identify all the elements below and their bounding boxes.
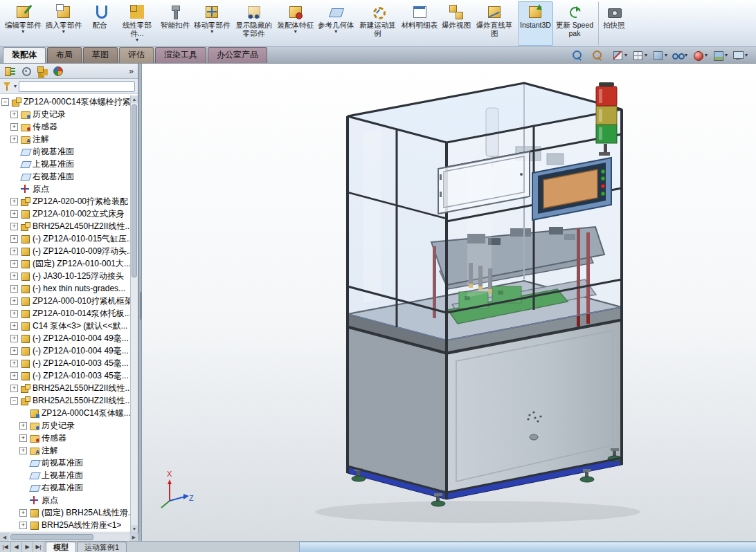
expand-toggle[interactable]: + [10, 111, 18, 118]
toolbar-button[interactable]: 线性零部件... ▾ [116, 1, 159, 46]
dropdown-arrow-icon[interactable]: ▾ [136, 37, 138, 43]
tree-horizontal-scrollbar[interactable]: ◀ ▶ [0, 533, 138, 541]
property-manager-icon[interactable] [20, 65, 32, 77]
toolbar-button[interactable]: 显示隐藏的零部件 ▾ [233, 1, 276, 46]
dropdown-arrow-icon[interactable]: ▾ [334, 29, 337, 35]
toolbar-button[interactable]: 装配体特征 ▾ [276, 1, 316, 46]
toolbar-button[interactable]: 智能扣件 ▾ [159, 1, 192, 46]
expand-toggle[interactable] [10, 160, 18, 168]
expand-toggle[interactable]: + [10, 347, 18, 355]
dropdown-arrow-icon[interactable]: ▾ [685, 53, 687, 58]
toolbar-button[interactable]: 拍快照 ▾ [598, 1, 630, 46]
expand-toggle[interactable] [10, 173, 18, 181]
tree-item[interactable]: + ZP12A-020-00拧紧枪装配 [0, 195, 138, 208]
expand-toggle[interactable]: + [10, 123, 18, 131]
tree-item[interactable]: + 传感器 [0, 432, 138, 444]
enclosure-glass-panels[interactable] [348, 83, 622, 340]
expand-toggle[interactable]: + [10, 285, 18, 293]
tree-item[interactable]: 原点 [0, 183, 138, 195]
tree-item[interactable]: + C14 泵体<3> (默认<<默... [0, 320, 138, 332]
expand-toggle[interactable]: + [19, 522, 27, 529]
tree-item[interactable]: 原点 [0, 494, 138, 506]
toolbar-button[interactable]: 插入零部件 ▾ [44, 1, 84, 46]
tree-item[interactable]: + (-) hex thin nuts-grades... [0, 282, 138, 295]
tree-item[interactable]: + 传感器 [0, 120, 138, 133]
tree-item[interactable]: + ZP12A-010-014泵体托板... [0, 307, 138, 320]
tree-item[interactable]: + ZP12A-000-010拧紧机框架 [0, 295, 138, 307]
expand-toggle[interactable]: + [19, 509, 27, 517]
expand-toggle[interactable] [19, 484, 27, 492]
view-tool-button[interactable]: ▾ [651, 49, 667, 62]
tree-item[interactable]: 前视基准面 [0, 457, 138, 469]
tree-item[interactable]: + 历史记录 [0, 108, 138, 120]
dropdown-arrow-icon[interactable]: ▾ [210, 29, 213, 35]
study-nav-button[interactable]: ◀ [11, 542, 22, 552]
expand-toggle[interactable]: + [10, 198, 18, 205]
tree-item[interactable]: 上视基准面 [0, 469, 138, 481]
expand-toggle[interactable] [19, 472, 27, 479]
scroll-up-icon[interactable]: ▲ [131, 95, 138, 103]
tree-item[interactable]: − BRH25A2L550HZ2II线性... [0, 394, 138, 407]
tree-item[interactable]: + BRH25A2L550HZ2II线性... [0, 382, 138, 394]
tree-item[interactable]: 上视基准面 [0, 158, 138, 170]
view-tool-button[interactable]: ▾ [712, 49, 728, 62]
filter-funnel-icon[interactable] [3, 82, 12, 91]
tree-item[interactable]: 右视基准面 [0, 481, 138, 494]
ribbon-tab[interactable]: 办公室产品 [208, 47, 267, 63]
toolbar-button[interactable]: 爆炸直线草图 ▾ [473, 1, 516, 46]
toolbar-button[interactable]: 更新 Speedpak ▾ [553, 1, 596, 46]
expand-toggle[interactable]: + [10, 297, 18, 305]
tree-item[interactable]: + (-) ZP12A-010-009浮动头... [0, 245, 138, 257]
tree-item[interactable]: 前视基准面 [0, 145, 138, 158]
tree-item[interactable]: + BRH25A2L450HZ2II线性... [0, 220, 138, 232]
toolbar-button[interactable]: Instant3D ▾ [518, 1, 553, 46]
configuration-manager-icon[interactable] [36, 65, 48, 77]
ribbon-tab[interactable]: 渲染工具 [155, 47, 206, 63]
tree-item[interactable]: − ZP12A-000C14泵体螺栓拧紧 [0, 95, 138, 108]
tree-item[interactable]: 右视基准面 [0, 170, 138, 183]
toolbar-button[interactable]: 爆炸视图 ▾ [440, 1, 473, 46]
toolbar-button[interactable]: 材料明细表 ▾ [399, 1, 440, 46]
expand-toggle[interactable]: + [10, 235, 18, 243]
view-tool-button[interactable]: ▾ [692, 49, 708, 62]
model-viewport[interactable]: X Z [142, 64, 756, 541]
dropdown-arrow-icon[interactable]: ▾ [725, 53, 728, 58]
filter-dropdown-arrow-icon[interactable]: ▾ [14, 83, 17, 89]
tree-item[interactable]: + (-) ZP12A-010-015气缸压... [0, 232, 138, 245]
dropdown-arrow-icon[interactable]: ▾ [294, 29, 297, 35]
tree-item[interactable]: + 历史记录 [0, 419, 138, 432]
tree-item[interactable]: + ZP12A-010-002立式床身 [0, 208, 138, 220]
ribbon-tab[interactable]: 评估 [119, 47, 154, 63]
view-tool-button[interactable]: ▾ [631, 49, 647, 62]
toolbar-button[interactable]: 参考几何体 ▾ [316, 1, 357, 46]
scroll-right-icon[interactable]: ▶ [129, 533, 138, 541]
scrollbar-thumb[interactable] [10, 534, 93, 540]
expand-toggle[interactable]: + [19, 422, 27, 430]
tree-item[interactable]: + (-) ZP12A-010-003 45毫... [0, 369, 138, 382]
view-tool-button[interactable]: ▾ [672, 49, 687, 62]
toolbar-button[interactable]: 编辑零部件 ▾ [3, 1, 44, 46]
expand-toggle[interactable]: + [10, 310, 18, 318]
tree-item[interactable]: + 注解 [0, 133, 138, 145]
expand-toggle[interactable] [19, 410, 27, 417]
expand-toggle[interactable]: + [10, 360, 18, 367]
expand-toggle[interactable]: + [10, 385, 18, 392]
expand-toggle[interactable] [10, 185, 18, 193]
view-tool-button[interactable]: ▾ [732, 49, 748, 62]
toolbar-button[interactable]: 新建运动算例 ▾ [357, 1, 399, 46]
study-tab[interactable]: 模型 [46, 542, 76, 552]
study-nav-button[interactable]: ▶ [22, 542, 33, 552]
view-tool-button[interactable]: ▾ [571, 49, 587, 62]
tree-item[interactable]: + (-) ZP12A-010-003 45毫... [0, 357, 138, 369]
expand-toggle[interactable]: + [10, 372, 18, 380]
expand-toggle[interactable]: + [10, 136, 18, 143]
study-nav-button[interactable]: ▶| [33, 542, 44, 552]
toolbar-button[interactable]: 移动零部件 ▾ [192, 1, 233, 46]
dropdown-arrow-icon[interactable]: ▾ [705, 53, 708, 58]
expand-toggle[interactable]: − [1, 98, 9, 106]
expand-toggle[interactable]: − [10, 397, 18, 405]
tree-item[interactable]: + (-) ZP12A-010-004 49毫... [0, 332, 138, 344]
green-button[interactable] [601, 169, 605, 174]
feature-manager-icon[interactable] [4, 65, 16, 77]
study-tab[interactable]: 运动算例1 [77, 542, 127, 552]
